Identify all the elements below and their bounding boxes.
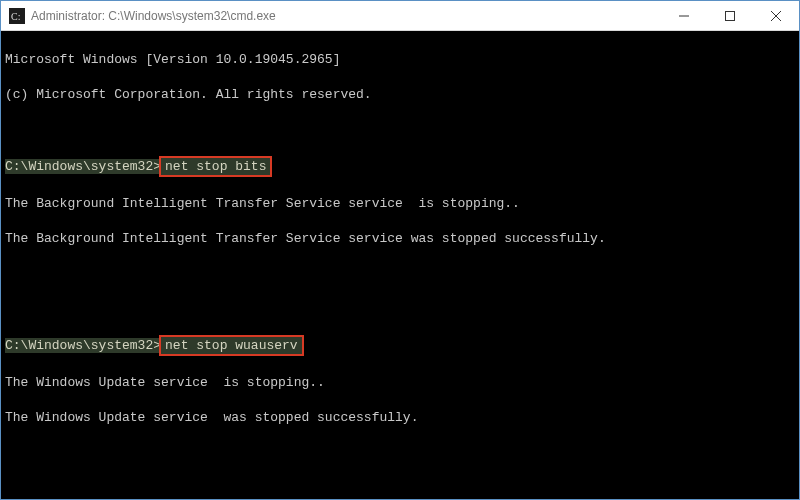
- maximize-button[interactable]: [707, 1, 753, 31]
- minimize-button[interactable]: [661, 1, 707, 31]
- svg-rect-3: [726, 11, 735, 20]
- cmd-icon: C:: [9, 8, 25, 24]
- cmd-line-1: C:\Windows\system32>net stop bits: [5, 156, 795, 178]
- copyright-line: (c) Microsoft Corporation. All rights re…: [5, 86, 795, 104]
- output-line: The Background Intelligent Transfer Serv…: [5, 230, 795, 248]
- output-line: The Background Intelligent Transfer Serv…: [5, 195, 795, 213]
- cmd-window: C: Administrator: C:\Windows\system32\cm…: [0, 0, 800, 500]
- cmd-line-2: C:\Windows\system32>net stop wuauserv: [5, 335, 795, 357]
- output-line: The Windows Update service was stopped s…: [5, 409, 795, 427]
- close-button[interactable]: [753, 1, 799, 31]
- titlebar[interactable]: C: Administrator: C:\Windows\system32\cm…: [1, 1, 799, 31]
- version-line: Microsoft Windows [Version 10.0.19045.29…: [5, 51, 795, 69]
- terminal-output[interactable]: Microsoft Windows [Version 10.0.19045.29…: [1, 31, 799, 499]
- svg-text:C:: C:: [11, 11, 20, 22]
- prompt: C:\Windows\system32>: [5, 338, 161, 353]
- window-title: Administrator: C:\Windows\system32\cmd.e…: [31, 9, 276, 23]
- output-line: The Windows Update service is stopping..: [5, 374, 795, 392]
- prompt: C:\Windows\system32>: [5, 159, 161, 174]
- highlighted-command-2: net stop wuauserv: [159, 335, 304, 357]
- highlighted-command-1: net stop bits: [159, 156, 272, 178]
